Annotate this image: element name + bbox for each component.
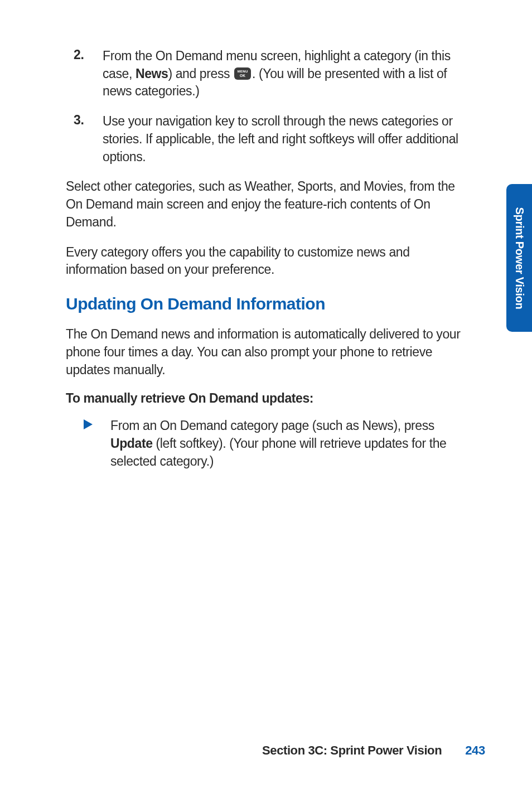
- instruction-subheading: To manually retrieve On Demand updates:: [66, 391, 465, 406]
- paragraph-categories: Select other categories, such as Weather…: [66, 178, 465, 231]
- step2-bold-news: News: [136, 66, 168, 81]
- section-heading: Updating On Demand Information: [66, 294, 465, 313]
- section-side-tab: Sprint Power Vision: [506, 184, 532, 332]
- triangle-icon: [84, 419, 93, 429]
- list-body: Use your navigation key to scroll throug…: [103, 113, 465, 166]
- page-content: 2. From the On Demand menu screen, highl…: [0, 0, 532, 798]
- play-bullet-icon: [84, 417, 110, 470]
- list-number: 2.: [74, 47, 103, 100]
- bullet-list-item: From an On Demand category page (such as…: [66, 417, 465, 470]
- side-tab-label: Sprint Power Vision: [513, 207, 526, 309]
- bullet-pre-text: From an On Demand category page (such as…: [110, 418, 434, 433]
- page-footer: Section 3C: Sprint Power Vision 243: [0, 743, 532, 758]
- footer-page-number: 243: [465, 743, 485, 758]
- step2-mid-text: ) and press: [168, 66, 233, 81]
- menu-ok-button-icon: [234, 67, 251, 80]
- bullet-post-text: (left softkey). (Your phone will retriev…: [110, 436, 447, 468]
- paragraph-customize: Every category offers you the capability…: [66, 244, 465, 279]
- footer-section-label: Section 3C: Sprint Power Vision: [262, 743, 442, 758]
- ordered-list-item-2: 2. From the On Demand menu screen, highl…: [66, 47, 465, 100]
- list-body: From the On Demand menu screen, highligh…: [103, 47, 465, 100]
- paragraph-auto-update: The On Demand news and information is au…: [66, 326, 465, 379]
- bullet-bold-update: Update: [110, 436, 153, 451]
- ordered-list-item-3: 3. Use your navigation key to scroll thr…: [66, 113, 465, 166]
- list-number: 3.: [74, 113, 103, 166]
- bullet-body: From an On Demand category page (such as…: [110, 417, 465, 470]
